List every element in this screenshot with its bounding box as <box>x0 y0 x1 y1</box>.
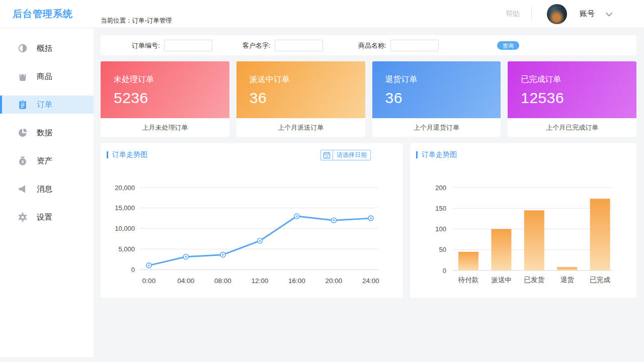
sidebar-item-label: 概括 <box>37 43 52 54</box>
stat-card-footer: 上个月退货订单 <box>372 118 501 137</box>
sidebar-item-overview[interactable]: 概括 <box>0 39 94 57</box>
stat-card-delivering: 派送中订单 36 上个月派送订单 <box>236 61 365 137</box>
assets-moneybag-icon: ¥ <box>17 155 28 166</box>
date-picker[interactable]: 24 请选择日期 <box>320 150 371 160</box>
svg-text:24: 24 <box>326 155 329 158</box>
stat-card-pending: 未处理订单 5236 上月未处理订单 <box>101 61 229 137</box>
sidebar-item-label: 资产 <box>37 156 52 166</box>
svg-text:10,000: 10,000 <box>115 225 135 232</box>
chevron-down-icon[interactable] <box>605 12 613 17</box>
settings-gear-icon <box>17 212 28 223</box>
account-menu-label[interactable]: 账号 <box>580 9 595 19</box>
order-status-bar-chart: 050100150200待付款派送中已发货退货已完成 <box>410 143 636 298</box>
svg-text:100: 100 <box>435 225 446 233</box>
date-picker-label: 请选择日期 <box>333 150 370 160</box>
sidebar-item-orders[interactable]: 订单 <box>0 96 94 114</box>
sidebar-item-products[interactable]: 商品 <box>0 67 94 85</box>
stat-card-footer: 上个月派送订单 <box>236 118 365 137</box>
product-name-input[interactable] <box>390 40 439 51</box>
svg-text:退货: 退货 <box>560 276 575 284</box>
stat-card-title: 已完成订单 <box>521 74 636 85</box>
title-accent-bar <box>416 151 418 158</box>
svg-text:已完成: 已完成 <box>590 276 610 284</box>
orders-clipboard-icon <box>17 99 28 110</box>
stat-card-title: 退货订单 <box>385 74 501 85</box>
sidebar-item-data[interactable]: 数据 <box>0 124 94 142</box>
stat-card-title: 未处理订单 <box>114 74 229 85</box>
svg-text:0: 0 <box>443 267 446 275</box>
svg-text:20,000: 20,000 <box>115 184 135 192</box>
order-number-input[interactable] <box>164 40 212 51</box>
stat-card-footer: 上月未处理订单 <box>101 118 229 137</box>
sidebar-item-label: 消息 <box>37 184 52 195</box>
svg-text:5,000: 5,000 <box>118 245 135 253</box>
stat-card-completed: 已完成订单 12536 上个月已完成订单 <box>508 61 636 137</box>
help-link[interactable]: 帮助 <box>506 10 520 19</box>
stat-card-value: 5236 <box>114 89 229 107</box>
order-search-panel: 订单编号: 客户名字: 商品名称: 查询 <box>101 35 636 55</box>
svg-text:已发货: 已发货 <box>524 276 545 284</box>
breadcrumb: 当前位置：订单-订单管理 <box>101 17 172 25</box>
panel-header: 订单走势图 <box>107 150 147 159</box>
order-trend-line-chart: 05,00010,00015,00020,0000:0004:0008:0012… <box>101 143 403 298</box>
app-title: 后台管理系统 <box>13 0 73 28</box>
data-pie-icon <box>17 127 28 138</box>
stat-card-top: 派送中订单 36 <box>236 61 365 118</box>
svg-text:¥: ¥ <box>22 159 24 164</box>
customer-name-input[interactable] <box>275 40 323 51</box>
svg-text:20:00: 20:00 <box>326 277 343 285</box>
products-bag-icon <box>17 71 28 82</box>
svg-text:12:00: 12:00 <box>252 277 269 285</box>
stat-card-value: 36 <box>385 89 501 107</box>
product-name-field-group: 商品名称: <box>358 40 439 51</box>
query-button[interactable]: 查询 <box>497 41 519 50</box>
sidebar: 概括 商品 订单 数据 ¥ 资产 消息 设置 <box>0 28 94 357</box>
bar-chart-title: 订单走势图 <box>422 150 457 159</box>
customer-name-field-group: 客户名字: <box>243 40 323 51</box>
stat-card-title: 派送中订单 <box>250 74 365 85</box>
sidebar-item-assets[interactable]: ¥ 资产 <box>0 152 94 170</box>
title-accent-bar <box>107 151 108 158</box>
calendar-icon: 24 <box>321 150 333 160</box>
sidebar-item-label: 设置 <box>37 212 52 223</box>
svg-text:15,000: 15,000 <box>115 204 135 212</box>
customer-name-label: 客户名字: <box>243 41 271 50</box>
stat-card-top: 已完成订单 12536 <box>508 61 636 118</box>
stat-card-value: 36 <box>250 89 365 107</box>
svg-text:200: 200 <box>435 184 446 192</box>
panel-header: 订单走势图 <box>416 150 457 159</box>
order-number-label: 订单编号: <box>132 41 160 50</box>
line-chart-title: 订单走势图 <box>112 150 147 159</box>
svg-text:待付款: 待付款 <box>458 276 479 284</box>
line-chart-panel: 订单走势图 24 请选择日期 05,00010,00015,00020,0000… <box>101 143 403 298</box>
sidebar-item-label: 订单 <box>37 100 52 110</box>
svg-text:16:00: 16:00 <box>288 277 305 285</box>
svg-text:04:00: 04:00 <box>178 277 195 285</box>
svg-text:0:00: 0:00 <box>142 277 155 285</box>
sidebar-item-label: 商品 <box>37 71 52 82</box>
svg-text:24:00: 24:00 <box>362 277 379 285</box>
avatar[interactable] <box>547 4 567 24</box>
svg-text:派送中: 派送中 <box>491 276 512 284</box>
svg-text:150: 150 <box>435 205 446 212</box>
stat-card-top: 未处理订单 5236 <box>101 61 229 118</box>
stat-card-top: 退货订单 36 <box>372 61 501 118</box>
order-number-field-group: 订单编号: <box>132 40 212 51</box>
product-name-label: 商品名称: <box>358 41 386 50</box>
stat-card-footer: 上个月已完成订单 <box>508 118 636 137</box>
top-bar: 后台管理系统 当前位置：订单-订单管理 帮助 账号 <box>0 0 644 28</box>
stat-cards-row: 未处理订单 5236 上月未处理订单 派送中订单 36 上个月派送订单 退货订单… <box>101 61 636 137</box>
messages-speaker-icon <box>17 184 28 195</box>
svg-text:0: 0 <box>131 266 135 274</box>
overview-icon <box>17 43 28 54</box>
sidebar-item-label: 数据 <box>37 128 52 138</box>
stat-card-value: 12536 <box>521 89 636 107</box>
topbar-divider <box>531 7 532 21</box>
sidebar-item-messages[interactable]: 消息 <box>0 180 94 198</box>
stat-card-returns: 退货订单 36 上个月退货订单 <box>372 61 501 137</box>
svg-text:50: 50 <box>439 246 446 253</box>
svg-text:08:00: 08:00 <box>214 277 231 285</box>
sidebar-item-settings[interactable]: 设置 <box>0 208 94 226</box>
bar-chart-panel: 订单走势图 050100150200待付款派送中已发货退货已完成 <box>410 143 636 298</box>
